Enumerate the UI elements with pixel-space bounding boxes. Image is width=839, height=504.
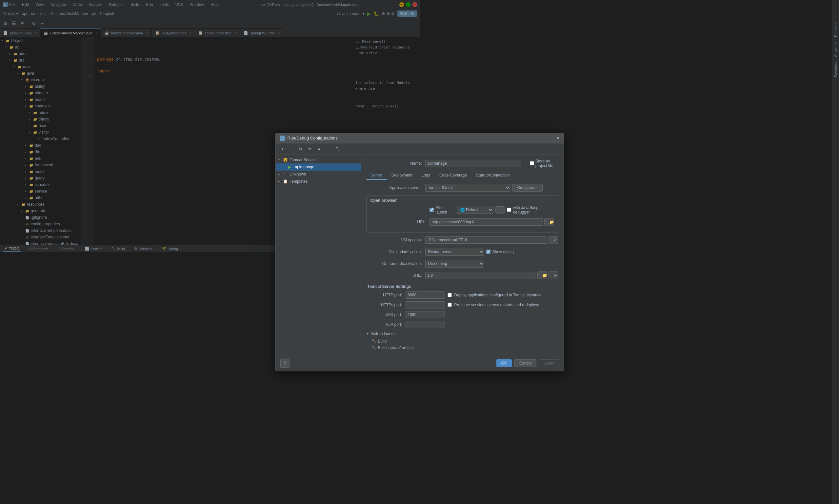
- unknown-label: Unknown: [290, 172, 306, 177]
- name-row: Name: Store as project file 🔒: [366, 159, 420, 168]
- templates-label: Templates: [290, 179, 308, 184]
- dialog-title-icon: [280, 136, 285, 141]
- url-row: URL: 📁: [371, 218, 420, 226]
- tree-item-templates[interactable]: ▸ 📋 Templates: [276, 178, 361, 185]
- unknown-icon: ?: [283, 172, 288, 177]
- tree-item-unknown[interactable]: ▸ ? Unknown: [276, 170, 361, 178]
- apimanage-label: apimanage: [295, 165, 314, 169]
- apimanage-icon: ▶: [288, 165, 293, 169]
- dialog-tab-server[interactable]: Server: [366, 171, 387, 180]
- open-browser-title: Open browser: [371, 198, 420, 203]
- dialog-config-panel: Name: Store as project file 🔒 Server Dep…: [361, 155, 420, 252]
- dialog-remove-button[interactable]: −: [288, 145, 295, 152]
- vm-options-row: VM options: ⤢: [366, 236, 420, 244]
- dialog-copy-button[interactable]: ⧉: [297, 145, 305, 152]
- tomcat-server-icon: 🐱: [283, 158, 288, 162]
- dialog-toolbar: + − ⧉ ✏ ▲ ⋯ ⇅: [276, 143, 420, 155]
- name-label: Name:: [366, 161, 420, 166]
- dialog-tabs: Server Deployment Logs Code Coverage Sta…: [366, 171, 420, 180]
- tree-item-tomcat-server[interactable]: ▾ 🐱 Tomcat Server: [276, 156, 361, 163]
- dialog-tab-deployment[interactable]: Deployment: [387, 171, 417, 180]
- on-update-label: On 'Update' action:: [366, 250, 420, 252]
- on-update-row: On 'Update' action: Restart server Show …: [366, 248, 420, 252]
- vm-options-label: VM options:: [366, 238, 420, 242]
- dialog-sort-button[interactable]: ⇅: [334, 145, 341, 152]
- dialog-more-button[interactable]: ⋯: [325, 145, 332, 152]
- dialog-title-bar: Run/Debug Configurations ×: [276, 133, 420, 143]
- templates-icon: 📋: [283, 179, 288, 184]
- dialog-add-button[interactable]: +: [279, 145, 286, 152]
- app-server-row: Application server: Tomcat 8.5.57 Config…: [366, 183, 420, 192]
- app-server-label: Application server:: [366, 185, 420, 190]
- dialog-config-tree: ▾ 🐱 Tomcat Server ▶ apimanage ▸ ? Unknow…: [276, 155, 361, 252]
- tomcat-server-label: Tomcat Server: [290, 158, 315, 162]
- dialog-title-text: Run/Debug Configurations: [288, 136, 338, 141]
- dialog-body: ▾ 🐱 Tomcat Server ▶ apimanage ▸ ? Unknow…: [276, 155, 420, 252]
- dialog-tab-logs[interactable]: Logs: [417, 171, 420, 180]
- dialog-move-up-button[interactable]: ▲: [316, 145, 323, 152]
- run-debug-dialog: Run/Debug Configurations × + − ⧉ ✏ ▲ ⋯ ⇅…: [275, 133, 420, 252]
- open-browser-section: Open browser After launch 🌐 Default ... …: [366, 195, 420, 233]
- dialog-edit-button[interactable]: ✏: [307, 145, 314, 152]
- modal-overlay: Run/Debug Configurations × + − ⧉ ✏ ▲ ⋯ ⇅…: [0, 0, 420, 252]
- after-launch-row: After launch 🌐 Default ... with JavaScri…: [371, 205, 420, 215]
- url-label: URL:: [371, 220, 420, 224]
- tree-item-apimanage[interactable]: ▶ apimanage: [276, 163, 361, 170]
